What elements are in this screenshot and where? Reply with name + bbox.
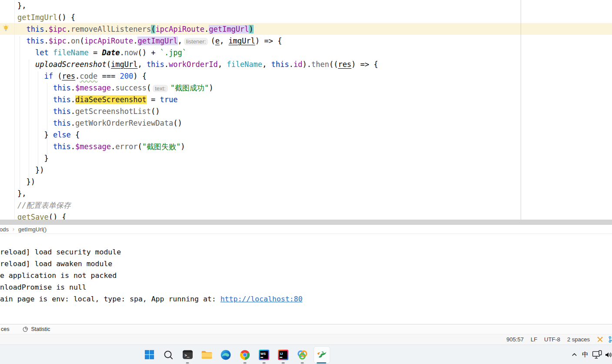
windows-taskbar: >_WSIJ 中 — [0, 344, 612, 364]
chrome-browser-icon[interactable] — [235, 345, 254, 364]
webstorm-app-icon[interactable]: WS — [254, 345, 274, 364]
running-app-indicator — [282, 362, 285, 364]
breadcrumb-item-function[interactable]: getImgUrl() — [18, 226, 47, 233]
console-line[interactable]: e application is not packed — [0, 270, 302, 281]
console-output: reload] load security modulereload] load… — [0, 246, 302, 305]
edge-browser-icon[interactable] — [216, 345, 235, 364]
running-app-indicator — [186, 362, 189, 364]
system-tray: 中 — [569, 345, 612, 364]
code-line[interactable]: }) — [17, 176, 609, 188]
tab-statistic[interactable]: Statistic — [22, 326, 50, 332]
breadcrumb: ods › getImgUrl() — [0, 225, 612, 234]
code-line[interactable]: this.getScreenshotList() — [17, 106, 609, 117]
code-line[interactable]: getImgUrl() { — [17, 12, 609, 23]
svg-text:WS: WS — [261, 351, 266, 355]
code-line[interactable]: }, — [17, 0, 609, 12]
tools-icon[interactable] — [597, 336, 603, 343]
indent-size-indicator[interactable]: 2 spaces — [567, 336, 590, 343]
svg-text:>_: >_ — [184, 353, 190, 357]
code-line[interactable]: }, — [17, 188, 609, 200]
breadcrumb-separator: › — [13, 226, 14, 232]
chevron-up-icon[interactable] — [569, 345, 580, 364]
code-line[interactable]: this.$message.success(text:"截图成功") — [17, 82, 609, 94]
code-line[interactable]: this.getWorkOrderReviewData() — [17, 117, 609, 129]
active-app-icon[interactable] — [312, 345, 331, 364]
code-line[interactable]: uploadScreenshot(imgUrl, this.workOrderI… — [17, 59, 609, 70]
pie-chart-icon — [22, 326, 28, 332]
running-app-indicator — [244, 362, 247, 364]
code-line[interactable]: //配置表单保存 — [17, 200, 609, 211]
intellij-app-icon[interactable]: IJ — [274, 345, 293, 364]
rings-app-icon[interactable] — [293, 345, 312, 364]
terminal-app-icon[interactable]: >_ — [178, 345, 197, 364]
start-button[interactable] — [140, 345, 159, 364]
console-line[interactable]: reload] load awaken module — [0, 258, 302, 270]
status-bar: 905:57 LF UTF-8 2 spaces — [0, 334, 612, 344]
console-line[interactable]: nloadPromise is null — [0, 281, 302, 293]
search-icon[interactable] — [159, 345, 178, 364]
caret-position[interactable]: 905:57 — [506, 336, 524, 343]
console-link[interactable]: http://localhost:80 — [221, 295, 303, 303]
console-line[interactable]: reload] load security module — [0, 246, 302, 258]
code-line[interactable]: let fileName = Date.now() + `.jpg` — [17, 47, 609, 59]
active-window-indicator — [317, 362, 326, 364]
run-console[interactable]: reload] load security modulereload] load… — [0, 234, 612, 324]
gutter-separator — [14, 0, 15, 220]
line-separator-indicator[interactable]: LF — [531, 336, 537, 343]
running-app-indicator — [301, 362, 304, 364]
code-text[interactable]: },getImgUrl() { this.$ipc.removeAllListe… — [17, 0, 609, 223]
running-app-indicator — [263, 362, 266, 364]
code-line[interactable]: this.$message.error("截图失败") — [17, 141, 609, 153]
volume-icon[interactable] — [604, 345, 612, 364]
tab-services[interactable]: ces — [0, 326, 12, 332]
code-line[interactable]: } else { — [17, 129, 609, 141]
console-line[interactable]: ain page is env: local, type: spa, App r… — [0, 293, 302, 305]
file-encoding-indicator[interactable]: UTF-8 — [544, 336, 560, 343]
svg-text:IJ: IJ — [280, 351, 283, 355]
code-line[interactable]: if (res.code === 200) { — [17, 70, 609, 82]
code-editor[interactable]: },getImgUrl() { this.$ipc.removeAllListe… — [0, 0, 612, 225]
code-line[interactable]: this.$ipc.removeAllListeners(ipcApiRoute… — [17, 23, 609, 35]
code-line[interactable]: this.diaSeeScreenshot = true — [17, 94, 609, 106]
network-icon[interactable] — [591, 345, 604, 364]
file-explorer-icon[interactable] — [197, 345, 216, 364]
tool-window-bar: ces Statistic — [0, 324, 612, 334]
git-branch-icon[interactable] — [608, 336, 612, 343]
intention-lightbulb-icon[interactable] — [2, 24, 10, 32]
breadcrumb-item-methods[interactable]: ods — [0, 226, 9, 233]
tab-statistic-label: Statistic — [31, 326, 50, 332]
ime-indicator[interactable]: 中 — [580, 345, 591, 364]
code-line[interactable]: }) — [17, 164, 609, 176]
code-line[interactable]: } — [17, 153, 609, 164]
code-line[interactable]: this.$ipc.on(ipcApiRoute.getImgUrl,liste… — [17, 35, 609, 47]
taskbar-icons: >_WSIJ — [140, 345, 331, 364]
horizontal-scrollbar[interactable] — [0, 220, 612, 225]
